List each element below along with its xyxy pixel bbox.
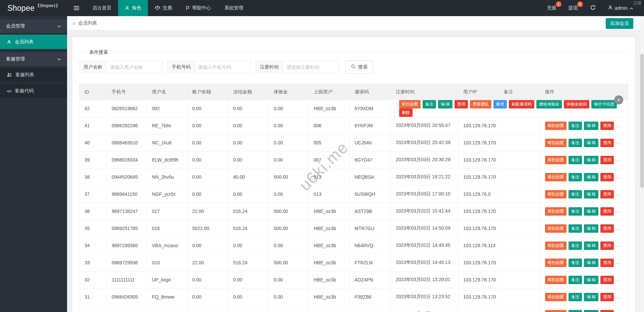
cell-phone: 0968426305 <box>107 288 147 306</box>
close-icon[interactable]: × <box>614 95 623 104</box>
action-button[interactable]: 暗扣设置 <box>545 276 567 284</box>
action-button[interactable]: 禁用 <box>454 100 468 108</box>
more-actions-button[interactable]: ... <box>616 260 621 265</box>
more-actions-button[interactable]: ... <box>616 157 621 162</box>
action-button[interactable]: 暗扣设置 <box>399 100 421 108</box>
action-button[interactable]: 备注 <box>569 190 582 198</box>
action-button[interactable]: 编 辑 <box>584 310 598 312</box>
action-button[interactable]: 暗扣设置 <box>545 241 567 250</box>
action-button[interactable]: 编 辑 <box>584 224 598 233</box>
more-actions-button[interactable]: ... <box>616 140 621 145</box>
action-button[interactable]: 备注 <box>569 122 582 130</box>
withdraw-link[interactable]: 提现 8 <box>562 0 584 16</box>
action-button[interactable]: 禁用 <box>600 293 614 301</box>
action-button[interactable]: 体验金收回 <box>564 100 589 108</box>
action-button[interactable]: 暗扣设置 <box>545 139 567 147</box>
action-button[interactable]: 禁用 <box>600 139 614 147</box>
more-actions-button[interactable]: ... <box>616 311 621 312</box>
action-button[interactable]: 查看团队 <box>470 100 491 108</box>
action-button[interactable]: 编 辑 <box>584 259 598 267</box>
action-button[interactable]: 禁用 <box>600 207 614 216</box>
action-button[interactable]: 暗扣设置 <box>545 293 567 301</box>
more-actions-button[interactable]: ... <box>616 174 621 179</box>
action-button[interactable]: 编 辑 <box>584 190 598 198</box>
nav-item-4[interactable]: 帮助中心 <box>179 0 218 16</box>
more-actions-button[interactable]: ... <box>616 242 621 248</box>
nav-item-2[interactable]: 角色 <box>118 0 148 16</box>
action-button[interactable]: 账变 <box>493 100 507 108</box>
action-button[interactable]: 刷新邀请码 <box>509 100 534 108</box>
action-button[interactable]: 暗扣设置 <box>545 190 567 198</box>
more-actions-button[interactable]: ... <box>616 277 621 282</box>
action-button[interactable]: 备注 <box>569 241 582 250</box>
action-button[interactable]: 暗扣设置 <box>545 156 567 164</box>
cell-username: 010 <box>147 254 187 271</box>
sidebar-item[interactable]: 会员列表 <box>0 35 67 49</box>
action-button[interactable]: 备注 <box>569 139 582 147</box>
cell-id: 39 <box>79 151 107 169</box>
action-button[interactable]: 暗扣设置 <box>545 173 567 181</box>
action-button[interactable]: 禁用 <box>600 122 614 130</box>
nav-item-1[interactable]: 后台首页 <box>86 0 118 16</box>
action-button[interactable]: 暗扣设置 <box>545 207 567 216</box>
action-button[interactable]: 编 辑 <box>584 139 598 147</box>
more-actions-button[interactable]: ... <box>616 191 621 196</box>
more-actions-button[interactable]: ... <box>616 294 621 299</box>
search-input-1[interactable] <box>107 61 162 73</box>
action-button[interactable]: 禁用 <box>600 156 614 164</box>
action-button[interactable]: 暗扣设置 <box>545 122 567 130</box>
action-button[interactable]: 暗扣设置 <box>545 259 567 267</box>
recharge-link[interactable]: 充值 1 <box>541 0 562 16</box>
action-button[interactable]: 编 辑 <box>584 122 598 130</box>
sidebar-item[interactable]: </>客服代码 <box>0 84 67 98</box>
action-button[interactable]: 备注 <box>569 310 582 312</box>
action-button[interactable]: 禁用 <box>600 173 614 181</box>
top-navbar: Shopee 【Shopee1】 后台首页角色交易帮助中心系统管理 充值 1 提… <box>0 0 644 16</box>
action-button[interactable]: 禁用 <box>600 276 614 284</box>
action-button[interactable]: 禁用 <box>600 241 614 250</box>
cell-note <box>499 151 540 169</box>
add-member-button[interactable]: 添加会员 <box>606 18 633 29</box>
action-button[interactable]: 编 辑 <box>584 173 598 181</box>
action-button[interactable]: 备注 <box>569 259 582 267</box>
nav-item-3[interactable]: 交易 <box>148 0 179 16</box>
action-button[interactable]: 编 辑 <box>584 241 598 250</box>
breadcrumb: » 会员列表 添加会员 <box>67 16 644 30</box>
action-button[interactable]: 编 辑 <box>584 276 598 284</box>
sidebar-group-2[interactable]: 客服管理 <box>0 52 67 66</box>
action-button[interactable]: 编 辑 <box>584 293 598 301</box>
nav-item-5[interactable]: 系统管理 <box>218 0 250 16</box>
search-button[interactable]: 搜索 <box>345 60 373 74</box>
action-button[interactable]: 暗扣设置 <box>545 224 567 233</box>
search-input-2[interactable] <box>195 61 251 73</box>
refresh-button[interactable] <box>584 0 602 16</box>
code-icon: </> <box>7 88 11 94</box>
action-button[interactable]: 暗扣设置 <box>545 310 567 312</box>
action-button[interactable]: 删除 <box>399 108 413 117</box>
action-button[interactable]: 备注 <box>569 293 582 301</box>
action-button[interactable]: 备注 <box>423 100 436 108</box>
action-button[interactable]: 禁用 <box>600 224 614 233</box>
action-button[interactable]: 备注 <box>569 156 582 164</box>
action-button[interactable]: 备注 <box>569 207 582 216</box>
action-button[interactable]: 备注 <box>569 173 582 181</box>
vertical-scrollbar[interactable] <box>640 16 644 312</box>
more-actions-button[interactable]: ... <box>616 225 621 231</box>
action-button[interactable]: 备注 <box>569 224 582 233</box>
scrollbar-thumb[interactable] <box>640 54 644 188</box>
action-button[interactable]: 银行卡信息 <box>591 100 617 108</box>
action-button[interactable]: 编 辑 <box>584 207 598 216</box>
hamburger-menu-icon[interactable] <box>67 0 86 16</box>
more-actions-button[interactable]: ... <box>616 208 621 214</box>
search-input-3[interactable] <box>283 61 339 73</box>
action-button[interactable]: 赠送体验金 <box>536 100 562 108</box>
action-button[interactable]: 编 辑 <box>584 156 598 164</box>
action-button[interactable]: 编 辑 <box>438 100 452 108</box>
sidebar-group-1[interactable]: 会员管理 <box>0 19 67 33</box>
action-button[interactable]: 禁用 <box>600 259 614 267</box>
action-button[interactable]: 禁用 <box>600 190 614 198</box>
more-actions-button[interactable]: ... <box>616 123 621 128</box>
action-button[interactable]: 备注 <box>569 276 582 284</box>
action-button[interactable]: 禁用 <box>600 310 614 312</box>
sidebar-item[interactable]: 客服列表 <box>0 68 67 82</box>
